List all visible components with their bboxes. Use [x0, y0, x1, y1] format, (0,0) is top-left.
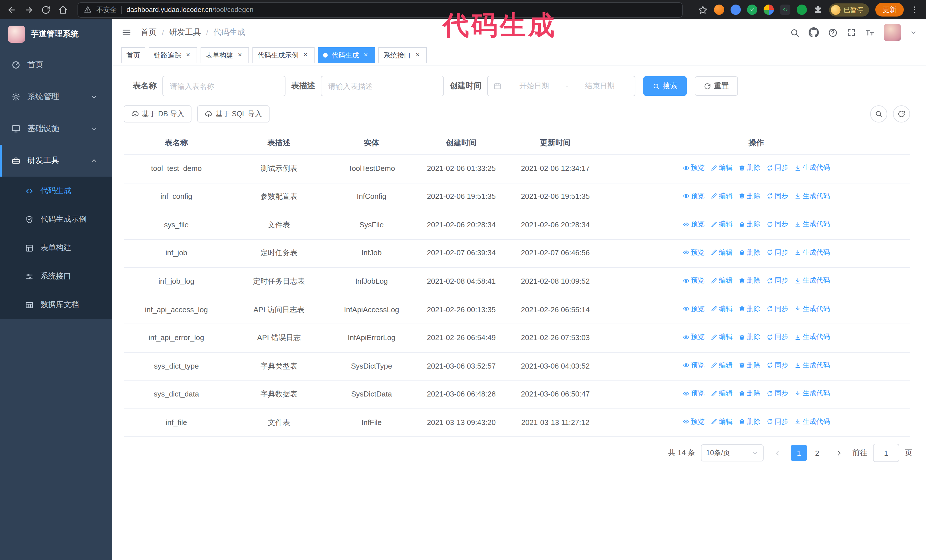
edit-action[interactable]: 编辑	[710, 389, 732, 399]
edit-action[interactable]: 编辑	[710, 332, 732, 342]
preview-action[interactable]: 预览	[682, 304, 705, 314]
sync-action[interactable]: 同步	[766, 276, 788, 286]
search-button[interactable]: 搜索	[643, 76, 687, 96]
sidebar-item-home[interactable]: 首页	[0, 49, 112, 81]
edit-action[interactable]: 编辑	[710, 417, 732, 427]
table-desc-input[interactable]	[321, 76, 444, 96]
sidebar-subitem-api[interactable]: 系统接口	[0, 262, 112, 291]
delete-action[interactable]: 删除	[738, 360, 761, 370]
edit-action[interactable]: 编辑	[710, 248, 732, 258]
delete-action[interactable]: 删除	[738, 163, 761, 173]
sidebar-item-system[interactable]: 系统管理	[0, 81, 112, 113]
sidebar-item-infra[interactable]: 基础设施	[0, 113, 112, 145]
preview-action[interactable]: 预览	[682, 163, 705, 173]
generate-code-action[interactable]: 生成代码	[794, 276, 830, 286]
delete-action[interactable]: 删除	[738, 389, 761, 399]
sync-action[interactable]: 同步	[766, 304, 788, 314]
edit-action[interactable]: 编辑	[710, 219, 732, 229]
next-page-button[interactable]	[831, 445, 847, 461]
generate-code-action[interactable]: 生成代码	[794, 191, 830, 201]
help-icon[interactable]	[828, 28, 838, 37]
sync-action[interactable]: 同步	[766, 191, 788, 201]
edit-action[interactable]: 编辑	[710, 304, 732, 314]
close-tab-icon[interactable]: ×	[301, 51, 309, 59]
extension-icon[interactable]	[763, 5, 773, 15]
sync-action[interactable]: 同步	[766, 248, 788, 258]
close-tab-icon[interactable]: ×	[184, 51, 192, 59]
delete-action[interactable]: 删除	[738, 276, 761, 286]
delete-action[interactable]: 删除	[738, 417, 761, 427]
chevron-down-icon[interactable]	[910, 29, 917, 36]
search-icon[interactable]	[790, 28, 799, 37]
extension-icon[interactable]	[796, 5, 806, 15]
sync-action[interactable]: 同步	[766, 163, 788, 173]
preview-action[interactable]: 预览	[682, 389, 705, 399]
import-db-button[interactable]: 基于 DB 导入	[124, 106, 192, 122]
browser-update-button[interactable]: 更新	[875, 3, 904, 17]
prev-page-button[interactable]	[769, 445, 785, 461]
sync-action[interactable]: 同步	[766, 417, 788, 427]
import-sql-button[interactable]: 基于 SQL 导入	[197, 106, 269, 122]
sidebar-subitem-codegen-example[interactable]: 代码生成示例	[0, 205, 112, 234]
delete-action[interactable]: 删除	[738, 332, 761, 342]
preview-action[interactable]: 预览	[682, 417, 705, 427]
preview-action[interactable]: 预览	[682, 360, 705, 370]
delete-action[interactable]: 删除	[738, 248, 761, 258]
github-icon[interactable]	[809, 27, 819, 38]
sync-action[interactable]: 同步	[766, 219, 788, 229]
extension-icon[interactable]	[780, 5, 790, 15]
bookmark-star-icon[interactable]	[698, 5, 707, 15]
page-button-2[interactable]: 2	[809, 445, 825, 461]
preview-action[interactable]: 预览	[682, 248, 705, 258]
generate-code-action[interactable]: 生成代码	[794, 332, 830, 342]
forward-icon[interactable]	[24, 5, 33, 15]
date-range-picker[interactable]: 开始日期 - 结束日期	[487, 76, 635, 96]
page-button-1[interactable]: 1	[791, 445, 807, 461]
browser-home-icon[interactable]	[58, 5, 68, 15]
generate-code-action[interactable]: 生成代码	[794, 248, 830, 258]
tab-home[interactable]: 首页	[121, 47, 145, 63]
page-size-select[interactable]: 10条/页	[701, 445, 764, 462]
generate-code-action[interactable]: 生成代码	[794, 304, 830, 314]
goto-page-input[interactable]	[873, 444, 899, 462]
close-tab-icon[interactable]: ×	[362, 51, 370, 59]
sync-action[interactable]: 同步	[766, 360, 788, 370]
extension-icon[interactable]	[714, 5, 724, 15]
generate-code-action[interactable]: 生成代码	[794, 417, 830, 427]
breadcrumb-item[interactable]: 研发工具	[169, 27, 201, 38]
edit-action[interactable]: 编辑	[710, 191, 732, 201]
sidebar-subitem-form-builder[interactable]: 表单构建	[0, 234, 112, 262]
profile-chip[interactable]: 已暂停	[829, 3, 869, 16]
tab-form-builder[interactable]: 表单构建×	[201, 47, 249, 63]
toggle-search-button[interactable]	[870, 106, 887, 122]
generate-code-action[interactable]: 生成代码	[794, 219, 830, 229]
browser-menu-icon[interactable]	[910, 5, 919, 14]
reload-icon[interactable]	[41, 5, 51, 15]
preview-action[interactable]: 预览	[682, 276, 705, 286]
extension-icon[interactable]	[747, 5, 757, 15]
font-size-icon[interactable]	[865, 28, 875, 37]
sidebar-item-devtools[interactable]: 研发工具	[0, 145, 112, 177]
tab-tracer[interactable]: 链路追踪×	[149, 47, 197, 63]
edit-action[interactable]: 编辑	[710, 163, 732, 173]
preview-action[interactable]: 预览	[682, 219, 705, 229]
extensions-puzzle-icon[interactable]	[813, 5, 823, 15]
logo-row[interactable]: 芋道管理系统	[0, 20, 112, 49]
reset-button[interactable]: 重置	[694, 76, 738, 96]
generate-code-action[interactable]: 生成代码	[794, 389, 830, 399]
close-tab-icon[interactable]: ×	[236, 51, 244, 59]
generate-code-action[interactable]: 生成代码	[794, 360, 830, 370]
delete-action[interactable]: 删除	[738, 191, 761, 201]
generate-code-action[interactable]: 生成代码	[794, 163, 830, 173]
fullscreen-icon[interactable]	[847, 28, 856, 37]
back-icon[interactable]	[7, 5, 17, 15]
sidebar-subitem-db-doc[interactable]: 数据库文档	[0, 291, 112, 319]
sidebar-subitem-codegen[interactable]: 代码生成	[0, 177, 112, 205]
breadcrumb-item[interactable]: 首页	[141, 27, 157, 38]
delete-action[interactable]: 删除	[738, 304, 761, 314]
close-tab-icon[interactable]: ×	[414, 51, 422, 59]
tab-api[interactable]: 系统接口×	[378, 47, 427, 63]
preview-action[interactable]: 预览	[682, 191, 705, 201]
extension-icon[interactable]	[730, 5, 740, 15]
hamburger-icon[interactable]	[121, 27, 132, 38]
